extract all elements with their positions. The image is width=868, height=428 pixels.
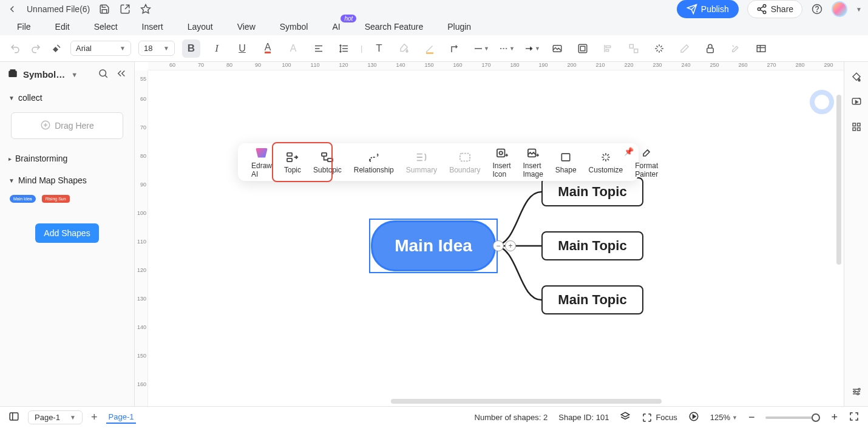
connector-button[interactable] xyxy=(446,39,464,58)
menu-edit[interactable]: Edit xyxy=(55,22,70,32)
expand-handle-icon[interactable]: + xyxy=(505,240,516,251)
bold-button[interactable]: B xyxy=(182,39,200,58)
shape-thumb-rising-sun[interactable]: Rising Sun xyxy=(42,195,70,203)
ctx-format-painter[interactable]: Format Painter xyxy=(629,143,664,181)
ctx-subtopic[interactable]: Subtopic xyxy=(307,143,348,181)
horizontal-scrollbar[interactable] xyxy=(391,399,662,404)
svg-rect-32 xyxy=(857,128,860,131)
text-box-button[interactable]: T xyxy=(370,39,388,58)
svg-rect-20 xyxy=(287,158,292,161)
ctx-edraw-ai[interactable]: Edraw AI xyxy=(245,143,278,181)
line-color-button[interactable] xyxy=(421,39,439,58)
svg-rect-22 xyxy=(328,158,333,161)
arrow-style-button[interactable]: ▼ xyxy=(523,39,541,58)
avatar[interactable] xyxy=(832,1,847,17)
dash-style-button[interactable]: ▼ xyxy=(497,39,515,58)
zoom-in-button[interactable]: + xyxy=(831,411,838,424)
pin-icon[interactable]: 📌 xyxy=(624,147,634,156)
font-family-select[interactable]: Arial ▼ xyxy=(70,41,131,56)
grid-apps-icon[interactable] xyxy=(851,121,862,134)
align-button[interactable] xyxy=(310,39,328,58)
fullscreen-icon[interactable] xyxy=(849,411,860,424)
drag-here-target[interactable]: Drag Here xyxy=(11,112,123,139)
table-button[interactable] xyxy=(752,39,770,58)
sidebar: Symbol… ▼ ▼ collect Drag Here ▸ Brainsto… xyxy=(0,62,135,406)
star-icon[interactable] xyxy=(140,3,152,15)
text-color-button[interactable]: A xyxy=(259,39,277,58)
canvas[interactable]: Main Idea − + Main Topic Main Topic Main… xyxy=(148,70,844,406)
zoom-out-button[interactable]: − xyxy=(748,411,755,424)
menu-select[interactable]: Select xyxy=(94,22,118,32)
distribute-button[interactable] xyxy=(625,39,643,58)
menu-layout[interactable]: Layout xyxy=(188,22,213,32)
settings-lines-icon[interactable] xyxy=(851,386,862,399)
font-size-select[interactable]: 18 ▼ xyxy=(138,41,175,56)
menu-ai[interactable]: AI hot xyxy=(332,22,340,32)
search-icon[interactable] xyxy=(98,68,109,81)
section-mind-map-shapes[interactable]: ▼ Mind Map Shapes xyxy=(0,169,134,191)
ctx-insert-icon[interactable]: Insert Icon xyxy=(487,143,517,181)
lock-button[interactable] xyxy=(701,39,719,58)
node-main-idea[interactable]: Main Idea xyxy=(373,222,494,270)
svg-rect-9 xyxy=(606,46,611,47)
node-topic-2[interactable]: Main Topic xyxy=(541,231,643,260)
undo-icon[interactable] xyxy=(8,42,22,55)
fill-color-button[interactable] xyxy=(395,39,413,58)
publish-button[interactable]: Publish xyxy=(677,0,739,18)
menu-symbol[interactable]: Symbol xyxy=(280,22,308,32)
tools-button[interactable] xyxy=(727,39,745,58)
zoom-value[interactable]: 125% ▼ xyxy=(710,413,737,422)
share-button[interactable]: Share xyxy=(747,0,802,18)
add-page-button[interactable]: + xyxy=(91,411,98,424)
focus-button[interactable]: Focus xyxy=(642,412,677,423)
avatar-chevron-icon[interactable]: ▼ xyxy=(856,6,862,13)
outline-icon[interactable] xyxy=(8,411,19,424)
format-brush-icon[interactable] xyxy=(50,42,63,55)
vertical-scrollbar[interactable] xyxy=(836,95,841,265)
font-family-value: Arial xyxy=(76,44,92,53)
play-icon[interactable] xyxy=(688,411,699,424)
zoom-slider[interactable] xyxy=(765,416,820,419)
container-button[interactable] xyxy=(574,39,592,58)
highlight-button[interactable]: A xyxy=(284,39,302,58)
menu-search[interactable]: Search Feature xyxy=(365,22,424,32)
align-objects-button[interactable] xyxy=(599,39,617,58)
menu-view[interactable]: View xyxy=(237,22,256,32)
line-style-button[interactable]: ▼ xyxy=(472,39,490,58)
ctx-relationship[interactable]: Relationship xyxy=(348,143,400,181)
section-brainstorming[interactable]: ▸ Brainstorming xyxy=(0,148,134,169)
node-topic-1[interactable]: Main Topic xyxy=(541,177,643,206)
ctx-customize[interactable]: Customize xyxy=(583,143,629,181)
collapse-handle-icon[interactable]: − xyxy=(493,240,504,251)
ctx-insert-image[interactable]: Insert Image xyxy=(517,143,549,181)
ctx-shape[interactable]: Shape xyxy=(549,143,583,181)
help-icon[interactable] xyxy=(811,3,823,15)
back-icon[interactable] xyxy=(6,3,18,15)
collapse-icon[interactable] xyxy=(116,68,127,81)
underline-button[interactable]: U xyxy=(233,39,251,58)
menu-file[interactable]: File xyxy=(17,22,31,32)
italic-button[interactable]: I xyxy=(208,39,226,58)
ctx-topic[interactable]: Topic xyxy=(278,143,307,181)
redo-icon[interactable] xyxy=(29,42,42,55)
ai-sparkle-button[interactable] xyxy=(650,39,668,58)
zoom-slider-knob[interactable] xyxy=(812,413,820,422)
theme-fill-icon[interactable] xyxy=(851,72,862,84)
menu-plugin[interactable]: Plugin xyxy=(447,22,471,32)
export-icon[interactable] xyxy=(119,3,131,15)
node-topic-3[interactable]: Main Topic xyxy=(541,285,643,314)
page-tab-active[interactable]: Page-1 xyxy=(106,411,137,424)
page-select[interactable]: Page-1 ▼ xyxy=(28,410,83,424)
edit-button[interactable] xyxy=(676,39,694,58)
section-collect[interactable]: ▼ collect xyxy=(0,87,134,109)
layers-icon[interactable] xyxy=(620,411,631,424)
add-shapes-button[interactable]: Add Shapes xyxy=(35,223,98,243)
menu-insert[interactable]: Insert xyxy=(142,22,163,32)
shape-thumb-main-idea[interactable]: Main Idea xyxy=(10,195,36,203)
chevron-down-icon[interactable]: ▼ xyxy=(71,71,78,78)
line-spacing-button[interactable] xyxy=(335,39,353,58)
slideshow-icon[interactable] xyxy=(851,97,862,109)
image-insert-button[interactable] xyxy=(548,39,566,58)
format-toolbar: Arial ▼ 18 ▼ B I U A A | T ▼ ▼ ▼ xyxy=(0,35,868,62)
save-icon[interactable] xyxy=(98,3,110,15)
